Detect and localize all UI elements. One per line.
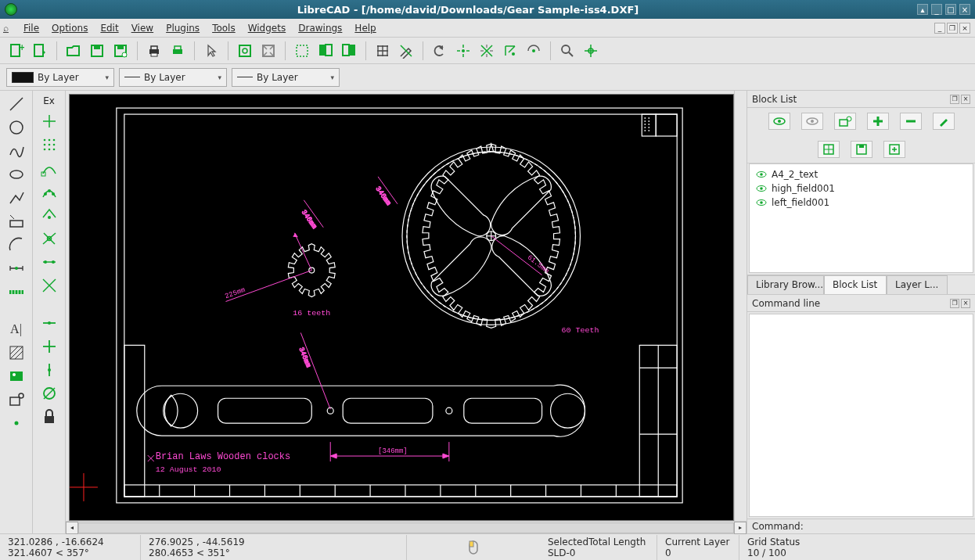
zoom-window-button[interactable]	[235, 41, 255, 61]
restrict-ortho[interactable]	[39, 361, 59, 379]
menu-view[interactable]: View	[125, 20, 160, 36]
lock-relative-zero[interactable]	[39, 408, 59, 425]
ellipse-tool[interactable]	[6, 166, 27, 183]
blocklist-header: Block List ❐×	[747, 91, 975, 108]
snap-grid[interactable]	[39, 136, 59, 153]
block-tool[interactable]	[6, 391, 27, 408]
rollup-button[interactable]: ▴	[917, 4, 928, 15]
panel-close[interactable]: ×	[961, 299, 970, 308]
vertical-scrollbar[interactable]	[734, 91, 747, 521]
zoom-extents-button[interactable]	[258, 41, 279, 61]
new-button[interactable]: +	[6, 41, 27, 61]
tab-layer[interactable]: Layer L...	[887, 275, 948, 294]
pointer-button[interactable]	[201, 41, 221, 61]
color-dropdown[interactable]: By Layer▾	[6, 68, 114, 87]
add-block[interactable]	[867, 113, 889, 130]
measure-tool[interactable]	[6, 283, 27, 300]
horizontal-scrollbar[interactable]: ◂ ▸	[66, 521, 747, 533]
remove-block[interactable]	[900, 113, 922, 130]
exclusive-snap[interactable]: Ex	[43, 95, 55, 106]
search-icon[interactable]: ⌕	[3, 23, 14, 34]
select-all-button[interactable]	[315, 41, 336, 61]
insert-block[interactable]	[883, 141, 905, 158]
menu-help[interactable]: Help	[348, 20, 382, 36]
deselect-all-button[interactable]	[339, 41, 359, 61]
scroll-left[interactable]: ◂	[66, 522, 78, 534]
polyline-tool[interactable]	[6, 189, 27, 206]
restrict-vertical[interactable]	[39, 338, 59, 355]
undo-button[interactable]	[430, 41, 450, 61]
image-tool[interactable]	[6, 368, 27, 385]
menu-drawings[interactable]: Drawings	[292, 20, 348, 36]
zoom-pan-button[interactable]	[557, 41, 577, 61]
edit-block[interactable]	[818, 141, 840, 158]
mdi-restore[interactable]: ❐	[947, 23, 958, 34]
snap-restrict-button[interactable]	[581, 41, 601, 61]
dimension-tool[interactable]	[6, 260, 27, 277]
rename-block[interactable]	[933, 113, 955, 130]
panel-close[interactable]: ×	[961, 95, 970, 104]
snap-middle[interactable]	[39, 230, 59, 247]
circle-tool[interactable]	[6, 119, 27, 136]
arc-tool[interactable]	[6, 236, 27, 253]
print-button[interactable]	[144, 41, 164, 61]
commandline-header: Command line ❐×	[747, 295, 975, 312]
hatch-tool[interactable]	[6, 344, 27, 361]
panel-undock[interactable]: ❐	[950, 95, 959, 104]
panel-undock[interactable]: ❐	[950, 299, 959, 308]
select-tool[interactable]	[6, 213, 27, 230]
menu-plugins[interactable]: Plugins	[160, 20, 206, 36]
show-all-blocks[interactable]	[768, 113, 790, 130]
save-block[interactable]	[851, 141, 872, 158]
mdi-minimize[interactable]: _	[934, 23, 945, 34]
snap-endpoint2[interactable]	[39, 160, 59, 177]
restrict-horizontal[interactable]	[39, 314, 59, 332]
block-item[interactable]: left_field001	[753, 196, 970, 210]
block-list[interactable]: A4_2_text high_field001 left_field001	[749, 163, 973, 273]
new-from-template-button[interactable]	[30, 41, 50, 61]
command-history[interactable]	[749, 314, 973, 517]
line-tool[interactable]	[6, 95, 27, 113]
svg-rect-82	[124, 485, 677, 497]
set-relative-zero[interactable]	[39, 385, 59, 402]
snap-intersection2[interactable]	[39, 277, 59, 294]
width-dropdown[interactable]: By Layer▾	[119, 68, 227, 87]
snap-on-entity[interactable]	[39, 183, 59, 200]
save-button[interactable]	[87, 41, 107, 61]
open-button[interactable]	[63, 41, 84, 61]
hide-all-blocks[interactable]	[801, 113, 823, 130]
spline-tool[interactable]	[6, 142, 27, 160]
print-preview-button[interactable]	[167, 41, 188, 61]
mdi-close[interactable]: ×	[959, 23, 970, 34]
grid-button[interactable]	[372, 41, 393, 61]
linetype-dropdown[interactable]: By Layer▾	[232, 68, 340, 87]
snap-center-button[interactable]	[500, 41, 520, 61]
save-as-button[interactable]	[110, 41, 131, 61]
menu-edit[interactable]: Edit	[94, 20, 124, 36]
text-tool[interactable]: A|	[6, 321, 27, 338]
snap-endpoint-button[interactable]	[453, 41, 473, 61]
menu-file[interactable]: File	[17, 20, 45, 36]
menu-tools[interactable]: Tools	[206, 20, 242, 36]
minimize-button[interactable]: _	[931, 4, 942, 15]
menu-options[interactable]: Options	[45, 20, 94, 36]
tab-library[interactable]: Library Brow...	[747, 275, 824, 294]
snap-center2[interactable]	[39, 206, 59, 224]
scroll-right[interactable]: ▸	[734, 522, 747, 534]
block-item[interactable]: A4_2_text	[753, 167, 970, 181]
point-tool[interactable]	[6, 415, 27, 432]
block-item[interactable]: high_field001	[753, 181, 970, 196]
svg-rect-70	[45, 416, 54, 423]
snap-free[interactable]	[39, 113, 59, 130]
close-button[interactable]: ×	[959, 4, 970, 15]
draft-mode-button[interactable]	[396, 41, 416, 61]
create-block[interactable]	[834, 113, 856, 130]
maximize-button[interactable]: □	[945, 4, 956, 15]
snap-tangent-button[interactable]	[523, 41, 544, 61]
snap-distance[interactable]	[39, 253, 59, 271]
tab-block[interactable]: Block List	[824, 275, 887, 294]
select-window-button[interactable]	[292, 41, 312, 61]
snap-intersection-button[interactable]	[477, 41, 497, 61]
menu-widgets[interactable]: Widgets	[242, 20, 293, 36]
drawing-canvas[interactable]: 61.5mm 60 Teeth 225mm 16 teeth 346mm 346…	[69, 94, 734, 521]
